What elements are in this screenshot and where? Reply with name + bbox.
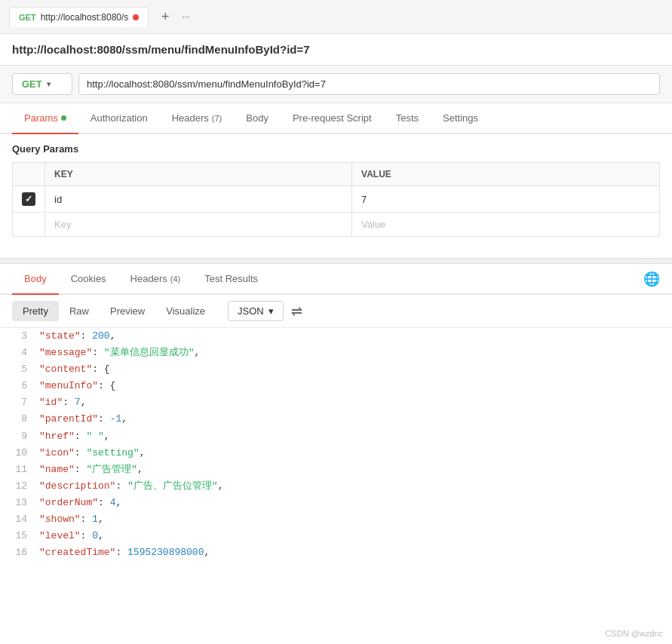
json-line: 4 "message": "菜单信息回显成功",: [0, 345, 672, 361]
params-table: KEY VALUE id 7 Key Value: [12, 162, 660, 237]
json-line: 16 "createdTime": 1595230898000,: [0, 544, 672, 561]
col-value-header: VALUE: [352, 163, 660, 186]
tab-authorization[interactable]: Authorization: [78, 103, 160, 134]
empty-checkbox-cell: [13, 213, 45, 237]
json-line: 7 "id": 7,: [0, 394, 672, 411]
json-line: 10 "icon": "setting",: [0, 445, 672, 462]
json-line: 8 "parentId": -1,: [0, 411, 672, 428]
response-tabs: Body Cookies Headers (4) Test Results 🌐: [0, 264, 672, 295]
response-tab-headers[interactable]: Headers (4): [118, 264, 193, 295]
json-line: 15 "level": 0,: [0, 528, 672, 544]
method-chevron-icon: ▾: [47, 80, 51, 88]
col-key-header: KEY: [45, 163, 352, 186]
response-tab-body[interactable]: Body: [12, 264, 59, 295]
headers-badge: (7): [212, 114, 222, 123]
param-checkbox[interactable]: [22, 192, 35, 206]
format-pretty[interactable]: Pretty: [12, 301, 59, 321]
tab-url: http://localhost:8080/s: [41, 12, 129, 23]
tab-method: GET: [19, 13, 36, 22]
col-check: [13, 163, 45, 186]
json-body: 3 "state": 200,4 "message": "菜单信息回显成功",5…: [0, 328, 672, 561]
tab-tests[interactable]: Tests: [384, 103, 431, 134]
method-select[interactable]: GET ▾: [12, 73, 72, 95]
format-bar: Pretty Raw Preview Visualize JSON ▾ ⇌: [0, 295, 672, 328]
method-label: GET: [22, 78, 42, 90]
url-section: http://localhost:8080/ssm/menu/findMenuI…: [0, 34, 672, 66]
param-value-empty[interactable]: Value: [352, 213, 660, 237]
json-line: 13 "orderNum": 4,: [0, 495, 672, 511]
query-params-section: Query Params KEY VALUE id 7 Key: [0, 134, 672, 246]
watermark: CSDN @wzdnc: [605, 629, 663, 638]
query-params-title: Query Params: [12, 143, 660, 155]
tab-body[interactable]: Body: [234, 103, 281, 134]
format-json-select[interactable]: JSON ▾: [228, 301, 284, 321]
tab-settings[interactable]: Settings: [431, 103, 490, 134]
params-active-dot: [61, 115, 66, 121]
tab-headers[interactable]: Headers (7): [160, 103, 235, 134]
param-value-id[interactable]: 7: [352, 186, 660, 213]
url-title: http://localhost:8080/ssm/menu/findMenuI…: [12, 43, 660, 56]
top-bar: GET http://localhost:8080/s + ···: [0, 0, 672, 34]
wrap-icon[interactable]: ⇌: [291, 303, 302, 320]
json-line: 12 "description": "广告、广告位管理",: [0, 478, 672, 495]
tab-params[interactable]: Params: [12, 103, 78, 134]
json-line: 11 "name": "广告管理",: [0, 462, 672, 478]
json-line: 5 "content": {: [0, 361, 672, 378]
response-headers-badge: (4): [170, 274, 180, 284]
active-tab[interactable]: GET http://localhost:8080/s: [9, 7, 149, 27]
request-bar: GET ▾: [0, 66, 672, 103]
tab-prerequest[interactable]: Pre-request Script: [281, 103, 384, 134]
unsaved-dot: [133, 14, 139, 20]
section-divider: [0, 258, 672, 264]
param-row-empty: Key Value: [13, 213, 660, 237]
new-tab-button[interactable]: +: [155, 6, 176, 27]
json-line: 9 "href": " ",: [0, 428, 672, 445]
param-checkbox-cell[interactable]: [13, 186, 45, 213]
more-tabs-button[interactable]: ···: [182, 11, 189, 22]
format-raw[interactable]: Raw: [59, 301, 100, 321]
format-visualize[interactable]: Visualize: [155, 301, 216, 321]
response-tab-test-results[interactable]: Test Results: [192, 264, 270, 295]
request-tabs: Params Authorization Headers (7) Body Pr…: [0, 103, 672, 134]
globe-icon[interactable]: 🌐: [643, 271, 660, 287]
json-chevron-icon: ▾: [268, 305, 274, 317]
json-line: 3 "state": 200,: [0, 328, 672, 345]
param-row-id: id 7: [13, 186, 660, 213]
format-preview[interactable]: Preview: [100, 301, 155, 321]
response-tab-cookies[interactable]: Cookies: [59, 264, 118, 295]
param-key-empty[interactable]: Key: [45, 213, 352, 237]
json-line: 6 "menuInfo": {: [0, 378, 672, 394]
url-input[interactable]: [78, 73, 660, 95]
param-key-id[interactable]: id: [45, 186, 352, 213]
json-line: 14 "shown": 1,: [0, 511, 672, 528]
